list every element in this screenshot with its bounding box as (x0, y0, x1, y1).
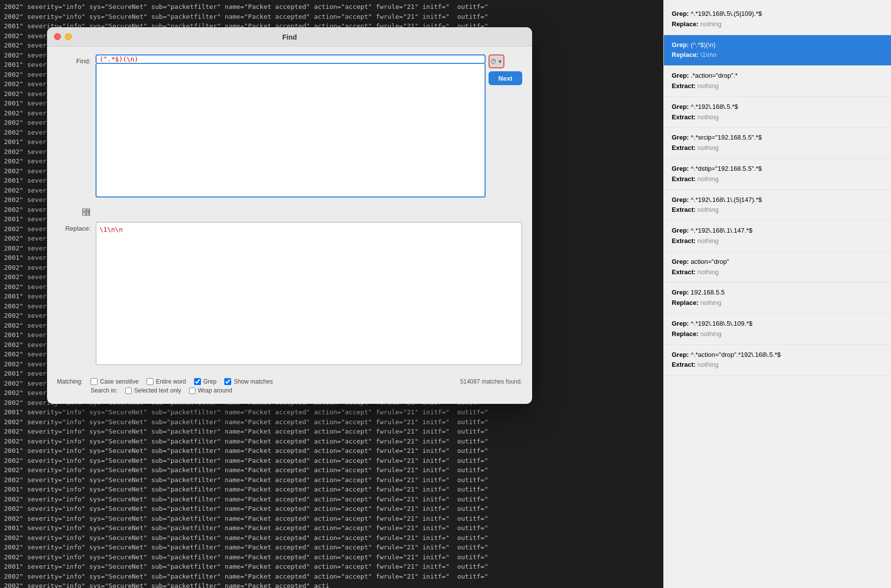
history-grep-label: Grep: (672, 165, 691, 172)
traffic-lights (54, 33, 72, 40)
history-icon: ⏱ (490, 58, 496, 65)
history-grep-label: Grep: (672, 196, 691, 203)
history-second-label: Replace: (672, 330, 700, 338)
history-item[interactable]: Grep: ^.*192\.168\.5\.(5|109).*$Replace:… (664, 4, 891, 35)
find-dialog: Find Find: ⏱ ▼ Next (47, 27, 532, 404)
history-grep-value: ^.*192\.168\.1\.147.*$ (691, 227, 752, 234)
history-item[interactable]: Grep: ^.*192\.168\.1\.147.*$Extract: not… (664, 221, 891, 252)
history-second-label: Extract: (672, 144, 697, 151)
regex-icon: ꟦ (57, 203, 91, 218)
selected-text-checkbox[interactable] (125, 388, 132, 394)
options-row: Matching: Case sensitive Entire word Gre… (47, 373, 532, 385)
history-grep-label: Grep: (672, 103, 691, 110)
grep-checkbox[interactable] (194, 378, 201, 385)
find-text-input[interactable] (96, 54, 486, 64)
history-button[interactable]: ⏱ ▼ (489, 54, 504, 68)
history-second-label: Extract: (672, 82, 697, 90)
case-sensitive-checkbox[interactable] (91, 378, 98, 385)
show-matches-checkbox[interactable] (224, 378, 231, 385)
match-count: 514087 matches found. (460, 378, 522, 385)
history-grep-value: action="drop" (691, 258, 729, 265)
minimize-button[interactable] (65, 33, 72, 40)
history-second-label: Extract: (672, 113, 697, 121)
history-item[interactable]: Grep: ^.*dstip="192.168.5.5".*$Extract: … (664, 159, 891, 190)
matching-label: Matching: (57, 378, 83, 385)
history-item[interactable]: Grep: .*action="drop".*Extract: nothing (664, 66, 891, 97)
show-matches-label[interactable]: Show matches (224, 378, 273, 385)
history-panel: Grep: ^.*192\.168\.5\.(5|109).*$Replace:… (663, 0, 891, 588)
history-grep-value: 192.168.5.5 (691, 289, 725, 296)
history-second-value: nothing (700, 20, 722, 28)
history-second-label: Replace: (672, 51, 700, 58)
history-second-label: Extract: (672, 361, 697, 368)
history-grep-label: Grep: (672, 351, 691, 358)
history-grep-label: Grep: (672, 41, 691, 49)
grep-label[interactable]: Grep (194, 378, 217, 385)
replace-label: Replace: (57, 222, 91, 232)
history-item[interactable]: Grep: ^.*action="drop".*192\.168\.5.*$Ex… (664, 345, 891, 376)
history-grep-value: ^.*192\.168\.5.*$ (691, 103, 738, 110)
replace-row: Replace: (57, 222, 522, 367)
find-row: Find: ⏱ ▼ Next (57, 54, 522, 197)
history-second-value: nothing (697, 82, 719, 90)
history-grep-value: (^.*$)(\n) (691, 41, 715, 49)
history-second-value: nothing (697, 206, 719, 213)
history-second-value: nothing (697, 175, 719, 183)
history-item[interactable]: Grep: ^.*192\.168\.5.*$Extract: nothing (664, 97, 891, 128)
history-item[interactable]: Grep: action="drop"Extract: nothing (664, 252, 891, 283)
history-item[interactable]: Grep: ^.*srcip="192.168.5.5".*$Extract: … (664, 128, 891, 159)
history-second-label: Replace: (672, 299, 700, 306)
replace-input-wrap (96, 222, 522, 367)
search-in-row: Search in: Selected text only Wrap aroun… (47, 385, 532, 394)
history-second-label: Replace: (672, 20, 700, 28)
history-second-value: nothing (697, 268, 719, 276)
history-grep-value: ^.*dstip="192.168.5.5".*$ (691, 165, 762, 172)
entire-word-checkbox[interactable] (147, 378, 153, 385)
history-item[interactable]: Grep: ^.*192\.168\.1\.(5|147).*$Extract:… (664, 190, 891, 221)
wrap-around-label[interactable]: Wrap around (189, 387, 232, 394)
history-item[interactable]: Grep: ^.*192\.168\.5\.109.*$Replace: not… (664, 314, 891, 345)
replace-textarea[interactable] (96, 222, 522, 365)
history-second-label: Extract: (672, 268, 697, 276)
history-second-value: nothing (697, 113, 719, 121)
selected-text-label[interactable]: Selected text only (125, 387, 181, 394)
history-item[interactable]: Grep: (^.*$)(\n)Replace: \1\n\n (664, 35, 891, 66)
history-second-value: nothing (697, 237, 719, 245)
history-grep-value: ^.*192\.168\.5\.(5|109).*$ (691, 10, 762, 17)
find-input-wrap: ⏱ ▼ Next (96, 54, 522, 197)
entire-word-label[interactable]: Entire word (147, 378, 186, 385)
wrap-around-checkbox[interactable] (189, 388, 196, 394)
history-second-value: nothing (700, 299, 722, 306)
find-label: Find: (57, 54, 91, 65)
find-textarea[interactable] (96, 64, 486, 197)
history-second-value: nothing (697, 144, 719, 151)
history-grep-label: Grep: (672, 10, 691, 17)
history-second-value: nothing (697, 361, 719, 368)
history-grep-label: Grep: (672, 258, 691, 265)
history-grep-label: Grep: (672, 320, 691, 327)
history-grep-value: ^.*192\.168\.5\.109.*$ (691, 320, 752, 327)
history-grep-label: Grep: (672, 72, 691, 79)
history-grep-label: Grep: (672, 289, 691, 296)
dialog-titlebar: Find (47, 27, 532, 47)
history-grep-value: ^.*action="drop".*192\.168\.5.*$ (691, 351, 781, 358)
search-in-label: Search in: (91, 387, 117, 394)
history-second-value: nothing (700, 330, 722, 338)
history-second-value: \1\n\n (700, 51, 717, 58)
history-grep-value: .*action="drop".* (691, 72, 738, 79)
dialog-title: Find (282, 33, 297, 41)
history-second-label: Extract: (672, 175, 697, 183)
history-grep-value: ^.*srcip="192.168.5.5".*$ (691, 134, 762, 141)
case-sensitive-label[interactable]: Case sensitive (91, 378, 139, 385)
next-button[interactable]: Next (489, 71, 522, 85)
history-grep-label: Grep: (672, 227, 691, 234)
close-button[interactable] (54, 33, 61, 40)
regex-icon-row: ꟦ (57, 203, 522, 218)
history-second-label: Extract: (672, 206, 697, 213)
history-grep-value: ^.*192\.168\.1\.(5|147).*$ (691, 196, 762, 203)
history-grep-label: Grep: (672, 134, 691, 141)
history-item[interactable]: Grep: 192.168.5.5Replace: nothing (664, 283, 891, 314)
dialog-body: Find: ⏱ ▼ Next (47, 47, 532, 367)
history-second-label: Extract: (672, 237, 697, 245)
